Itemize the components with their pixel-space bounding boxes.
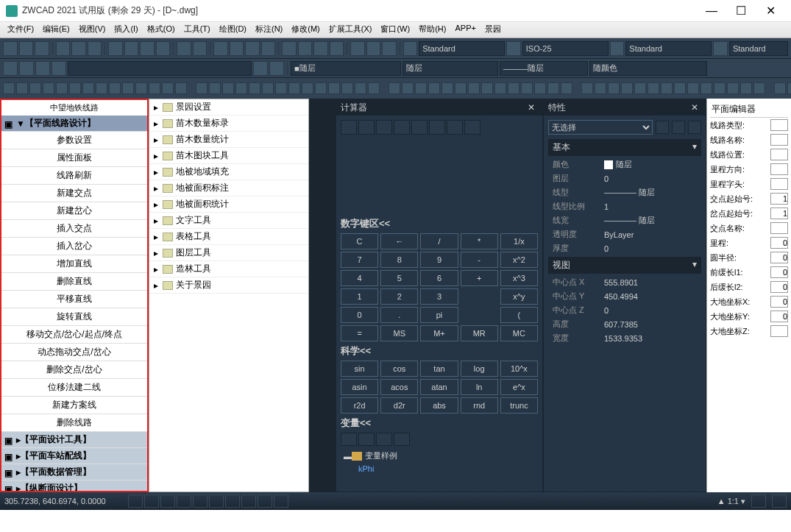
calc-key[interactable]: 8 — [380, 252, 418, 268]
tool-icon[interactable] — [508, 82, 519, 94]
sci-key[interactable]: d2r — [380, 397, 418, 414]
prop-row[interactable]: 颜色随层 — [548, 157, 701, 171]
undo-icon[interactable] — [177, 41, 191, 56]
tool-icon[interactable] — [109, 82, 121, 94]
tool-icon[interactable] — [69, 82, 81, 94]
props-close-icon[interactable]: ✕ — [688, 102, 701, 113]
sci-key[interactable]: acos — [380, 379, 418, 395]
tool-icon[interactable] — [368, 82, 380, 94]
tool-icon[interactable] — [547, 82, 559, 94]
tool-icon[interactable] — [355, 82, 366, 94]
minimize-button[interactable]: — — [697, 0, 726, 22]
props-pick-icon[interactable] — [672, 121, 685, 134]
right-input[interactable] — [770, 149, 788, 160]
prop-row[interactable]: 高度607.7385 — [548, 317, 701, 331]
tool-icon[interactable] — [135, 82, 147, 94]
tool-icon[interactable] — [581, 82, 593, 94]
otrack-icon[interactable] — [209, 494, 224, 508]
prop-row[interactable]: 图层0 — [548, 171, 701, 185]
menu-item[interactable]: 视图(V) — [74, 22, 110, 38]
tool-icon[interactable] — [561, 82, 572, 94]
sci-key[interactable]: ln — [461, 379, 498, 395]
pcolor-drop[interactable]: 随颜色 — [589, 61, 707, 76]
calc-key[interactable]: / — [420, 233, 458, 249]
menu-item[interactable]: 扩展工具(X) — [324, 22, 377, 38]
var-edit-icon[interactable] — [358, 433, 375, 446]
calc-x-icon[interactable] — [447, 120, 463, 135]
grid-icon[interactable] — [144, 494, 159, 508]
tool-icon[interactable] — [162, 82, 174, 94]
calc-key[interactable]: MC — [500, 325, 538, 341]
tree-item[interactable]: ▸造林工具 — [149, 261, 308, 277]
calc-key[interactable]: M+ — [420, 325, 458, 341]
left-item[interactable]: 线路刷新 — [1, 167, 147, 185]
cat-plane-tools[interactable]: ▣▸ 【平面设计工具】 — [1, 432, 147, 448]
prop-row[interactable]: 中心点 Z0 — [548, 303, 701, 317]
calc-key[interactable]: + — [461, 270, 498, 286]
leader-icon[interactable] — [366, 41, 381, 56]
tool-icon[interactable] — [595, 82, 606, 94]
cut-icon[interactable] — [108, 41, 123, 56]
textstyle-drop[interactable]: Standard — [419, 41, 505, 56]
sci-key[interactable]: 10^x — [500, 361, 538, 377]
tool-icon[interactable] — [481, 82, 493, 94]
tool-icon[interactable] — [302, 82, 313, 94]
lock-icon[interactable] — [35, 61, 50, 76]
tool-icon[interactable] — [634, 82, 646, 94]
calc-pick-icon[interactable] — [394, 120, 410, 135]
tool-icon[interactable] — [29, 82, 41, 94]
menu-item[interactable]: 窗口(W) — [376, 22, 414, 38]
right-input[interactable] — [770, 281, 788, 293]
tree-item[interactable]: ▸地被地域填充 — [149, 164, 308, 180]
save-icon[interactable] — [35, 41, 49, 56]
calc-dist-icon[interactable] — [411, 120, 428, 135]
right-input[interactable] — [770, 193, 788, 205]
right-input[interactable] — [770, 325, 788, 337]
tool-icon[interactable] — [428, 82, 440, 94]
tool-icon[interactable] — [122, 82, 134, 94]
tool-icon[interactable] — [389, 82, 400, 94]
tree-item[interactable]: ▸图层工具 — [149, 245, 308, 261]
calc-key[interactable]: x^2 — [500, 252, 538, 268]
mlstyle-icon[interactable] — [713, 41, 728, 56]
var-calc-icon[interactable] — [394, 433, 410, 446]
right-input[interactable] — [770, 252, 788, 263]
paste-icon[interactable] — [140, 41, 155, 56]
tool-icon[interactable] — [727, 82, 739, 94]
props-select[interactable]: 无选择 — [548, 120, 653, 135]
prop-row[interactable]: 厚度0 — [548, 241, 701, 255]
prop-row[interactable]: 线型———— 随层 — [548, 185, 701, 199]
tool-icon[interactable] — [648, 82, 659, 94]
freeze-icon[interactable] — [19, 61, 34, 76]
tool-icon[interactable] — [534, 82, 546, 94]
menu-item[interactable]: APP+ — [450, 22, 480, 38]
calc-key[interactable]: 5 — [380, 270, 418, 286]
maximize-button[interactable]: ☐ — [726, 0, 756, 22]
layerprev-icon[interactable] — [269, 61, 284, 76]
tool-icon[interactable] — [714, 82, 726, 94]
tool-icon[interactable] — [753, 82, 765, 94]
tool-icon[interactable] — [521, 82, 533, 94]
calc-key[interactable]: 1/x — [500, 233, 538, 249]
left-item[interactable]: 平移直线 — [1, 291, 147, 308]
tool-icon[interactable] — [96, 82, 107, 94]
tpalette-icon[interactable] — [313, 41, 328, 56]
calc-close-icon[interactable]: ✕ — [525, 102, 538, 113]
snap-icon[interactable] — [128, 494, 143, 508]
tool-icon[interactable] — [674, 82, 686, 94]
right-input[interactable] — [770, 266, 788, 278]
right-input[interactable] — [770, 296, 788, 308]
cat-station-lines[interactable]: ▣▸ 【平面车站配线】 — [1, 448, 147, 464]
model-icon[interactable] — [241, 494, 256, 508]
tool-icon[interactable] — [700, 82, 712, 94]
lwt-icon[interactable] — [225, 494, 240, 508]
tree-item[interactable]: ▸苗木图块工具 — [149, 148, 308, 164]
tool-icon[interactable] — [787, 82, 791, 94]
drawing-area[interactable] — [309, 99, 336, 492]
ortho-icon[interactable] — [160, 494, 175, 508]
tool-icon[interactable] — [16, 82, 28, 94]
sheet-icon[interactable] — [330, 41, 344, 56]
right-input[interactable] — [770, 134, 788, 146]
sci-key[interactable]: trunc — [500, 397, 538, 414]
left-item[interactable]: 删除交点/岔心 — [1, 361, 147, 379]
